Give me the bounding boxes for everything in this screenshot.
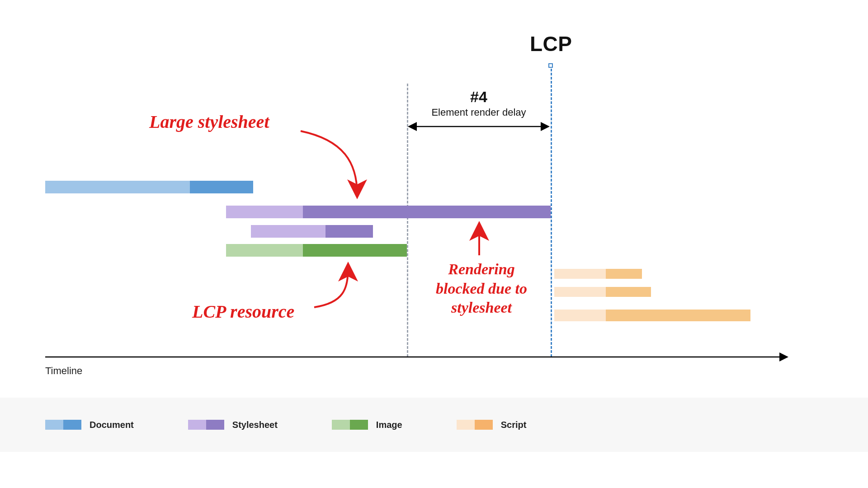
- legend-image: Image: [332, 420, 402, 430]
- axis-label: Timeline: [45, 365, 82, 377]
- annot-blocked-l3: stylesheet: [451, 299, 512, 316]
- annot-blocked: Rendering blocked due to stylesheet: [427, 260, 536, 318]
- swatch-stylesheet-icon: [188, 420, 224, 430]
- legend-document-label: Document: [90, 420, 134, 430]
- legend-script: Script: [457, 420, 527, 430]
- legend-stylesheet-label: Stylesheet: [232, 420, 278, 430]
- annot-blocked-l1: Rendering: [448, 261, 514, 277]
- lcp-label: LCP: [530, 32, 572, 56]
- lcp-marker-icon: [548, 63, 553, 68]
- arrow-large-stylesheet: [301, 131, 357, 194]
- bar-script-3: [554, 310, 750, 321]
- dash-line-gray: [407, 84, 408, 357]
- legend: Document Stylesheet Image Script: [0, 398, 868, 452]
- bar-stylesheet-large: [226, 206, 551, 218]
- swatch-image-icon: [332, 420, 368, 430]
- annot-large-stylesheet: Large stylesheet: [149, 111, 269, 133]
- annot-blocked-l2: blocked due to: [436, 280, 527, 297]
- swatch-document-icon: [45, 420, 81, 430]
- diagram-stage: LCP #4 Element render delay Large styles…: [0, 0, 868, 488]
- bar-stylesheet-small: [251, 225, 373, 238]
- phase-subtitle: Element render delay: [407, 107, 551, 118]
- dash-line-blue: [551, 69, 552, 357]
- swatch-script-icon: [457, 420, 493, 430]
- arrow-lcp-resource: [314, 267, 348, 307]
- bar-script-2: [554, 287, 651, 297]
- legend-document: Document: [45, 420, 134, 430]
- bar-document: [45, 181, 253, 193]
- legend-image-label: Image: [376, 420, 402, 430]
- bar-script-1: [554, 269, 642, 279]
- bar-image-lcp: [226, 244, 407, 257]
- phase-title: #4: [407, 88, 551, 106]
- legend-script-label: Script: [501, 420, 527, 430]
- legend-stylesheet: Stylesheet: [188, 420, 278, 430]
- annot-lcp-resource: LCP resource: [192, 300, 294, 323]
